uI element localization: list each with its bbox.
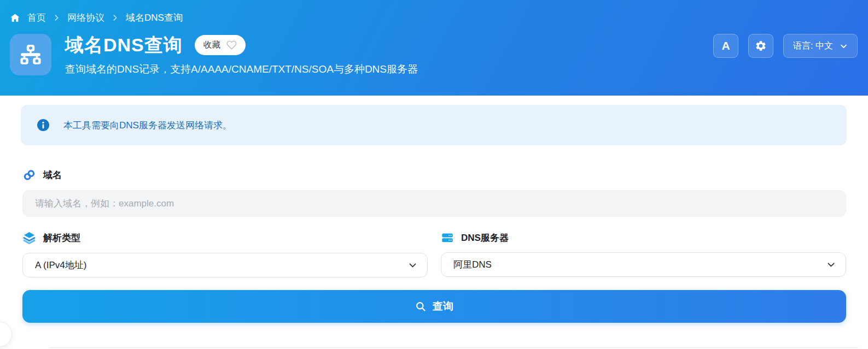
network-sitemap-icon: [10, 34, 51, 75]
dns-server-value: 阿里DNS: [453, 258, 492, 271]
chevron-down-icon: [840, 42, 848, 50]
page-subtitle: 查询域名的DNS记录，支持A/AAAA/CNAME/TXT/NS/SOA与多种D…: [65, 62, 418, 76]
dns-server-label: DNS服务器: [441, 231, 846, 244]
section-divider: [49, 347, 858, 348]
breadcrumb-home[interactable]: 首页: [27, 11, 46, 24]
search-icon: [415, 301, 426, 312]
breadcrumb-section[interactable]: 网络协议: [67, 11, 104, 24]
heart-icon: [226, 40, 237, 50]
font-size-button[interactable]: A: [713, 34, 738, 58]
favorite-label: 收藏: [203, 39, 220, 51]
server-icon: [441, 231, 454, 244]
tool-content: 本工具需要向DNS服务器发送网络请求。 域名 解析类型 A (IPv4地址): [0, 105, 868, 348]
page-title: 域名DNS查询: [65, 34, 183, 56]
chevron-right-icon: [112, 14, 119, 21]
language-label: 语言: 中文: [793, 40, 833, 52]
notice-text: 本工具需要向DNS服务器发送网络请求。: [63, 119, 232, 132]
record-type-value: A (IPv4地址): [35, 259, 86, 271]
layers-icon: [22, 231, 36, 245]
settings-button[interactable]: [748, 34, 773, 58]
breadcrumb-current: 域名DNS查询: [126, 11, 183, 24]
chevron-right-icon: [53, 14, 60, 21]
query-button[interactable]: 查询: [22, 290, 846, 323]
domain-input[interactable]: [22, 190, 846, 217]
gear-icon: [755, 40, 767, 52]
query-button-label: 查询: [433, 299, 453, 313]
page-header: 首页 网络协议 域名DNS查询: [0, 0, 868, 96]
record-type-select[interactable]: A (IPv4地址): [22, 253, 428, 277]
chevron-down-icon: [826, 260, 836, 269]
notice-banner: 本工具需要向DNS服务器发送网络请求。: [21, 105, 847, 145]
info-icon: [37, 119, 49, 131]
dns-server-select[interactable]: 阿里DNS: [441, 252, 846, 277]
chevron-down-icon: [408, 261, 417, 270]
favorite-button[interactable]: 收藏: [195, 35, 246, 55]
home-icon: [10, 13, 20, 23]
breadcrumb: 首页 网络协议 域名DNS查询: [0, 0, 868, 24]
record-type-label: 解析类型: [22, 231, 428, 245]
domain-label: 域名: [22, 168, 846, 182]
link-icon: [22, 168, 36, 182]
language-selector[interactable]: 语言: 中文: [783, 34, 858, 58]
